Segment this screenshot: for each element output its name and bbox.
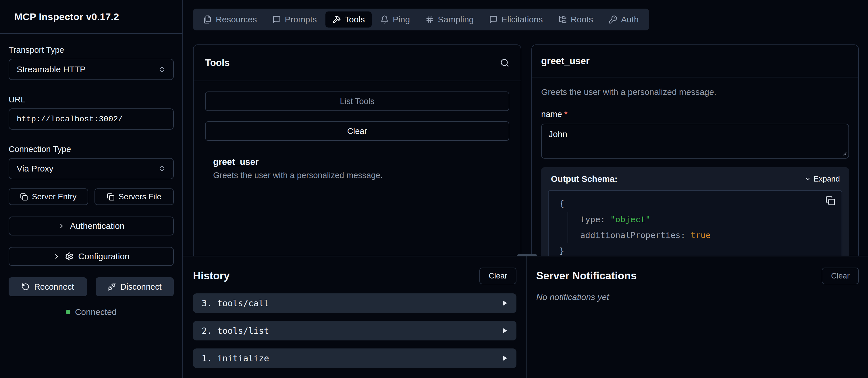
- tab-label: Roots: [571, 14, 593, 24]
- top-section: Resources Prompts Tools: [183, 0, 868, 256]
- detail-description: Greets the user with a personalized mess…: [541, 87, 849, 97]
- output-schema-section: Output Schema: Expand: [541, 167, 849, 256]
- history-item-label: 3. tools/call: [202, 298, 269, 308]
- copy-icon: [20, 193, 28, 201]
- name-field-label-row: name *: [541, 109, 849, 119]
- tab-ping[interactable]: Ping: [373, 11, 417, 28]
- bottom-section: History Clear 3. tools/call 2. tools/lis…: [183, 256, 868, 378]
- chevron-right-icon: [53, 253, 60, 260]
- tool-item-description: Greets the user with a personalized mess…: [213, 171, 509, 180]
- chevron-down-icon: [804, 175, 811, 182]
- chevron-right-icon: [58, 222, 65, 230]
- detail-title: greet_user: [541, 56, 590, 67]
- code-line: additionalProperties: true: [580, 228, 834, 243]
- app-root: MCP Inspector v0.17.2 Transport Type Str…: [0, 0, 868, 378]
- disconnect-button[interactable]: Disconnect: [96, 277, 174, 296]
- bell-icon: [380, 15, 389, 24]
- app-title: MCP Inspector v0.17.2: [14, 11, 119, 22]
- tab-label: Tools: [345, 14, 365, 24]
- connection-status: Connected: [9, 307, 174, 317]
- tab-prompts[interactable]: Prompts: [266, 11, 324, 28]
- name-textarea[interactable]: [541, 124, 849, 159]
- url-input[interactable]: [9, 108, 174, 130]
- servers-file-button[interactable]: Servers File: [94, 188, 174, 205]
- panel-resize-handle[interactable]: [517, 254, 537, 256]
- authentication-label: Authentication: [70, 221, 124, 231]
- key-icon: [609, 15, 617, 24]
- server-entry-label: Server Entry: [32, 192, 77, 201]
- tool-list-item[interactable]: greet_user Greets the user with a person…: [205, 157, 509, 180]
- hash-icon: [425, 15, 434, 24]
- servers-file-label: Servers File: [119, 192, 161, 201]
- tab-auth[interactable]: Auth: [602, 11, 646, 28]
- nav-tabs: Resources Prompts Tools: [193, 9, 649, 30]
- tab-sampling[interactable]: Sampling: [418, 11, 480, 28]
- tab-label: Ping: [393, 14, 410, 24]
- clear-tools-button[interactable]: Clear: [205, 121, 509, 141]
- chevrons-up-down-icon: [158, 66, 166, 73]
- connection-type-value: Via Proxy: [17, 164, 54, 173]
- main-content: Resources Prompts Tools: [183, 0, 868, 378]
- files-icon: [204, 15, 212, 24]
- gear-icon: [65, 252, 73, 261]
- search-icon[interactable]: [500, 58, 509, 67]
- history-title: History: [193, 270, 229, 282]
- tools-panel-title: Tools: [205, 57, 230, 68]
- tab-tools[interactable]: Tools: [326, 11, 372, 28]
- notifications-empty-text: No notifications yet: [536, 292, 859, 302]
- tool-item-name: greet_user: [213, 157, 509, 167]
- sidebar-header: MCP Inspector v0.17.2: [0, 0, 182, 34]
- tab-resources[interactable]: Resources: [196, 11, 264, 28]
- status-text: Connected: [75, 307, 117, 317]
- code-indent-group: type: "object" additionalProperties: tru…: [567, 212, 834, 243]
- notifications-clear-button[interactable]: Clear: [822, 268, 859, 284]
- tab-label: Elicitations: [501, 14, 542, 24]
- message-square-icon: [489, 15, 498, 24]
- tab-label: Prompts: [285, 14, 317, 24]
- tab-label: Resources: [216, 14, 257, 24]
- server-notifications-panel: Server Notifications Clear No notificati…: [526, 256, 868, 378]
- status-dot-icon: [66, 310, 70, 314]
- history-item[interactable]: 1. initialize: [193, 348, 517, 368]
- configuration-label: Configuration: [78, 251, 129, 261]
- required-asterisk: *: [564, 109, 567, 119]
- sidebar-body: Transport Type Streamable HTTP URL Conne…: [0, 34, 182, 317]
- message-square-icon: [272, 15, 281, 24]
- name-field-label: name: [541, 109, 562, 119]
- output-schema-code-block: { type: "object" additionalProperties: t…: [548, 190, 842, 256]
- copy-icon[interactable]: [826, 196, 835, 206]
- code-line: }: [559, 243, 834, 256]
- tab-label: Auth: [621, 14, 639, 24]
- rotate-ccw-icon: [22, 283, 30, 291]
- history-item-label: 1. initialize: [202, 353, 269, 364]
- history-item-label: 2. tools/list: [202, 326, 269, 336]
- connection-type-label: Connection Type: [9, 144, 174, 154]
- history-clear-button[interactable]: Clear: [479, 268, 517, 284]
- authentication-toggle[interactable]: Authentication: [9, 216, 174, 236]
- url-label: URL: [9, 95, 174, 104]
- chevrons-up-down-icon: [158, 165, 166, 172]
- copy-icon: [107, 193, 115, 201]
- server-entry-button[interactable]: Server Entry: [9, 188, 88, 205]
- transport-type-select[interactable]: Streamable HTTP: [9, 59, 174, 80]
- configuration-toggle[interactable]: Configuration: [9, 247, 174, 266]
- output-schema-title: Output Schema:: [551, 174, 618, 184]
- reconnect-label: Reconnect: [34, 282, 74, 292]
- tab-elicitations[interactable]: Elicitations: [482, 11, 550, 28]
- reconnect-button[interactable]: Reconnect: [9, 277, 87, 296]
- transport-type-value: Streamable HTTP: [17, 65, 86, 74]
- tools-panel: Tools List Tools Clear greet_user Greets…: [193, 44, 521, 256]
- code-line: {: [559, 196, 834, 212]
- history-item[interactable]: 2. tools/list: [193, 321, 517, 340]
- expand-toggle[interactable]: Expand: [804, 175, 840, 183]
- notifications-title: Server Notifications: [536, 270, 637, 282]
- expand-label: Expand: [813, 175, 840, 183]
- list-tools-button[interactable]: List Tools: [205, 92, 509, 111]
- disconnect-label: Disconnect: [120, 282, 161, 292]
- transport-type-label: Transport Type: [9, 45, 174, 55]
- history-list: 3. tools/call 2. tools/list 1. initializ…: [193, 294, 517, 368]
- folder-tree-icon: [558, 15, 567, 24]
- connection-type-select[interactable]: Via Proxy: [9, 158, 174, 179]
- tab-roots[interactable]: Roots: [552, 11, 600, 28]
- history-item[interactable]: 3. tools/call: [193, 294, 517, 313]
